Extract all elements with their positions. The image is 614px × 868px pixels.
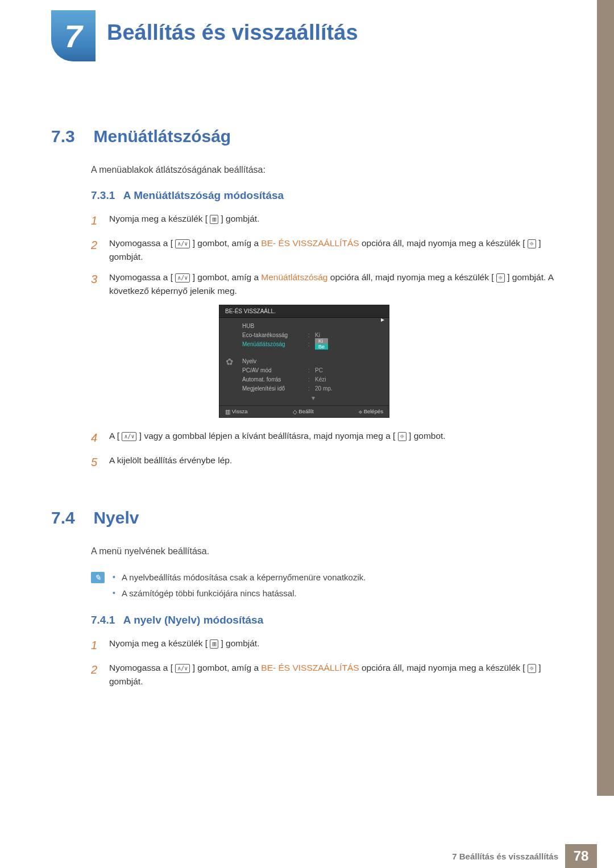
note-icon: ✎ — [91, 572, 105, 583]
chapter-title: Beállítás és visszaállítás — [107, 20, 358, 45]
step-item: 5 A kijelölt beállítás érvénybe lép. — [91, 454, 557, 471]
steps-7-3-1: 1 Nyomja meg a készülék [ ] gombját. 2 N… — [91, 212, 557, 298]
gear-icon: ✿ — [219, 318, 239, 405]
step-item: 1 Nyomja meg a készülék [ ] gombját. — [91, 637, 557, 654]
section-intro-7-4: A menü nyelvének beállítása. — [91, 545, 557, 558]
footer-page-number: 78 — [565, 844, 597, 868]
nav-up-down-icon — [175, 664, 190, 673]
menu-icon — [210, 639, 218, 649]
osd-footer: ▥ Vissza ◇ Beállít ⎆ Belépés — [219, 405, 389, 417]
enter-icon — [398, 432, 406, 441]
osd-right-arrow-icon: ▸ — [381, 315, 384, 323]
step-item: 2 Nyomogassa a [ ] gombot, amíg a BE- ÉS… — [91, 661, 557, 688]
osd-title: BE-ÉS VISSZAÁLL. ▸ — [219, 305, 389, 318]
osd-down-arrow-icon: ▾ — [242, 394, 384, 402]
chapter-header: 7 Beállítás és visszaállítás — [0, 0, 614, 61]
note-item: A számítógép többi funkciójára nincs hat… — [113, 587, 366, 600]
chapter-number-badge: 7 — [51, 10, 96, 61]
note-block: ✎ A nyelvbeállítás módosítása csak a kép… — [91, 571, 557, 603]
step-item: 3 Nyomogassa a [ ] gombot, amíg a Menüát… — [91, 271, 557, 298]
enter-icon — [528, 239, 536, 248]
subsection-heading-7-4-1: 7.4.1 A nyelv (Nyelv) módosítása — [91, 614, 557, 626]
subsection-heading-7-3-1: 7.3.1 A Menüátlátszóság módosítása — [91, 189, 557, 202]
section-heading-7-3: 7.3 Menüátlátszóság — [51, 127, 557, 146]
steps-7-4-1: 1 Nyomja meg a készülék [ ] gombját. 2 N… — [91, 637, 557, 688]
step-item: 4 A [ ] vagy a gombbal lépjen a kívánt b… — [91, 429, 557, 447]
nav-up-down-icon — [175, 239, 190, 248]
osd-screenshot: BE-ÉS VISSZAÁLL. ▸ ✿ HUB Eco-takarékossá… — [219, 305, 389, 418]
step-item: 1 Nyomja meg a készülék [ ] gombját. — [91, 212, 557, 230]
footer-chapter-label: 7 Beállítás és visszaállítás — [452, 852, 565, 861]
nav-up-down-icon — [175, 273, 190, 283]
section-intro-7-3: A menüablakok átlátszóságának beállítása… — [91, 163, 557, 177]
note-item: A nyelvbeállítás módosítása csak a képer… — [113, 571, 366, 584]
page-footer: 7 Beállítás és visszaállítás 78 — [452, 844, 597, 868]
enter-icon — [528, 664, 536, 673]
nav-up-down-icon — [122, 432, 136, 441]
steps-7-3-1-cont: 4 A [ ] vagy a gombbal lépjen a kívánt b… — [91, 429, 557, 471]
enter-icon — [496, 273, 505, 283]
step-item: 2 Nyomogassa a [ ] gombot, amíg a BE- ÉS… — [91, 236, 557, 264]
menu-icon — [210, 215, 218, 224]
right-margin-bar — [597, 0, 614, 796]
section-heading-7-4: 7.4 Nyelv — [51, 508, 557, 528]
